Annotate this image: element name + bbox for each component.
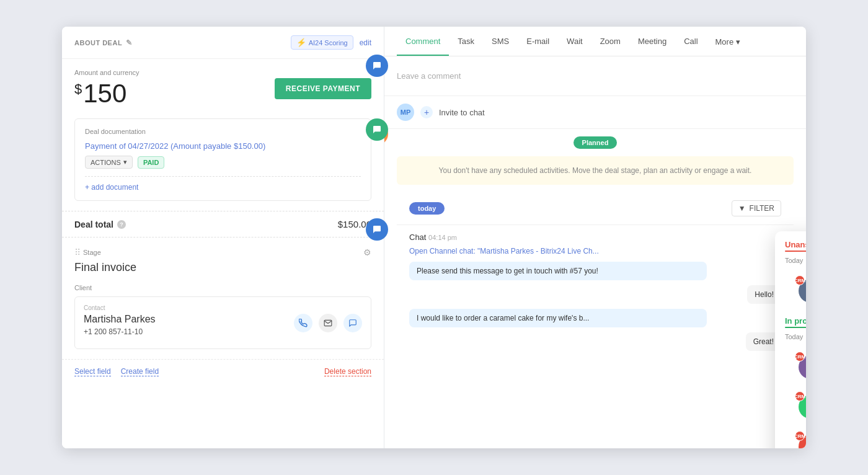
drag-handle-icon[interactable]: ⠿ — [74, 247, 81, 257]
tab-comment[interactable]: Comment — [397, 27, 449, 56]
edit-deal-icon[interactable]: ✎ — [126, 38, 133, 47]
right-panel: Comment Task SMS E-mail Wait Zoom Meetin… — [384, 27, 806, 448]
tab-task[interactable]: Task — [449, 27, 483, 56]
chevron-down-icon: ▾ — [736, 37, 740, 47]
in-progress-date: Today — [785, 333, 806, 340]
stage-settings-icon[interactable]: ⚙ — [363, 247, 371, 257]
tab-wait[interactable]: Wait — [558, 27, 591, 56]
crm-badge-lana: CRM — [795, 391, 805, 401]
amount-value: $ 150 — [74, 79, 140, 109]
chat-list-item-guest[interactable]: G CRM IG Guest - Ina's Bakery Hello! Sig… — [785, 269, 806, 309]
email-contact-button[interactable] — [319, 314, 337, 332]
amount-label: Amount and currency — [74, 69, 140, 76]
rinka-avatar: R CRM IG — [795, 352, 806, 379]
footer-links: Select field Create field — [74, 367, 159, 376]
select-field-link[interactable]: Select field — [74, 367, 111, 376]
deal-header: ABOUT DEAL ✎ ⚡ AI24 Scoring edit — [62, 27, 384, 59]
tabs-bar: Comment Task SMS E-mail Wait Zoom Meetin… — [384, 27, 806, 56]
lana-avatar: L CRM IG — [795, 391, 806, 419]
crm-deal-page: ABOUT DEAL ✎ ⚡ AI24 Scoring edit Amount … — [62, 27, 806, 448]
today-filter-row: today ▼ FILTER — [397, 192, 794, 224]
tab-email[interactable]: E-mail — [518, 27, 558, 56]
in-progress-section: In progress Today R CRM IG Rinka - Ina's… — [775, 314, 806, 448]
tab-call[interactable]: Call — [675, 27, 706, 56]
chat-list-item-leojeff[interactable]: LJ CRM IG leo_jeff - Ina's Bakery Open C… — [785, 425, 806, 448]
client-section: Client Contact Martisha Parkes +1 200 85… — [62, 279, 384, 354]
unanswered-date: Today — [785, 257, 806, 264]
crm-badge-leojeff: CRM — [795, 431, 805, 441]
planned-badge: Planned — [574, 136, 618, 149]
contact-card: Contact Martisha Parkes +1 200 857-11-10 — [74, 296, 371, 349]
help-icon[interactable]: ? — [117, 220, 126, 229]
paid-badge: PAID — [138, 156, 164, 169]
unanswered-divider — [785, 251, 806, 252]
currency-symbol: $ — [74, 81, 82, 97]
invite-plus-icon[interactable]: + — [420, 106, 433, 118]
contact-actions — [294, 314, 362, 332]
in-progress-divider — [785, 327, 806, 328]
timeline-chat-icon-invite — [366, 118, 388, 141]
chat-messages: Please send this message to get in touch… — [409, 262, 781, 351]
chat-message-1: Please send this message to get in touch… — [409, 262, 707, 280]
contact-label: Contact — [84, 304, 362, 311]
timeline-area: i 1 Planned You don't have any scheduled… — [384, 129, 806, 448]
edit-link[interactable]: edit — [360, 38, 371, 47]
chat-message-3: I would like to order a caramel cake for… — [409, 309, 707, 327]
in-progress-title: In progress — [785, 316, 806, 326]
section-footer: Select field Create field Delete section — [62, 359, 384, 384]
chat-list-item-lana[interactable]: L CRM IG l.a.n.a. - Ina's Bakery Open Ch… — [785, 385, 806, 425]
crm-badge-rinka: CRM — [795, 352, 805, 362]
floating-chat-panel: Unanswered Today G CRM IG Guest - Ina's … — [775, 231, 806, 448]
tab-zoom[interactable]: Zoom — [591, 27, 629, 56]
call-contact-button[interactable] — [294, 314, 312, 332]
ai-scoring-area: ⚡ AI24 Scoring edit — [291, 35, 371, 50]
guest-avatar: G CRM IG — [795, 275, 806, 303]
stage-header: ⠿ Stage ⚙ — [74, 247, 371, 257]
user-avatar: MP — [397, 104, 414, 121]
actions-button[interactable]: ACTIONS ▾ — [85, 156, 133, 169]
unanswered-title: Unanswered — [785, 240, 806, 249]
invite-text[interactable]: Invite to chat — [439, 108, 485, 117]
stage-value: Final invoice — [74, 261, 371, 274]
filter-icon: ▼ — [738, 204, 746, 213]
channel-link[interactable]: Open Channel chat: "Martisha Parkes - Bi… — [409, 247, 781, 255]
chat-section: Chat 04:14 pm Open Channel chat: "Martis… — [397, 224, 794, 358]
delete-section-link[interactable]: Delete section — [324, 367, 371, 376]
tab-meeting[interactable]: Meeting — [629, 27, 675, 56]
tab-more[interactable]: More ▾ — [707, 27, 750, 55]
contact-name: Martisha Parkes — [84, 314, 156, 325]
comment-placeholder[interactable]: Leave a comment — [397, 66, 794, 86]
stage-section: ⠿ Stage ⚙ Final invoice — [62, 238, 384, 279]
unanswered-section: Unanswered Today G CRM IG Guest - Ina's … — [775, 231, 806, 314]
about-deal-label: ABOUT DEAL ✎ — [74, 38, 133, 47]
chat-contact-button[interactable] — [343, 314, 362, 332]
filter-button[interactable]: ▼ FILTER — [732, 200, 781, 216]
client-label: Client — [74, 284, 371, 291]
deal-docs-label: Deal documentation — [85, 128, 361, 135]
deal-docs-section: Deal documentation Payment of 04/27/2022… — [74, 118, 371, 201]
create-field-link[interactable]: Create field — [121, 367, 159, 376]
tab-sms[interactable]: SMS — [483, 27, 518, 56]
activity-hint-text: You don't have any scheduled activities.… — [407, 165, 784, 176]
leojeff-avatar: LJ CRM IG — [795, 431, 806, 448]
timeline-chat-icon-chat — [384, 218, 388, 241]
invite-row: MP + Invite to chat — [384, 96, 806, 129]
ai-scoring-badge[interactable]: ⚡ AI24 Scoring — [291, 35, 353, 50]
doc-actions: ACTIONS ▾ PAID — [85, 156, 361, 169]
left-panel: ABOUT DEAL ✎ ⚡ AI24 Scoring edit Amount … — [62, 27, 384, 448]
stage-label: ⠿ Stage — [74, 247, 101, 257]
add-document-link[interactable]: + add document — [85, 176, 361, 192]
receive-payment-button[interactable]: RECEIVE PAYMENT — [275, 78, 371, 99]
timeline-chat-icon-top — [366, 55, 388, 77]
today-badge: today — [409, 202, 445, 215]
activity-hint: You don't have any scheduled activities.… — [397, 156, 794, 185]
contact-phone: +1 200 857-11-10 — [84, 327, 156, 336]
chat-list-item-rinka[interactable]: R CRM IG Rinka - Ina's Bakery Caramel, p… — [785, 345, 806, 385]
comment-area: Leave a comment — [384, 56, 806, 96]
planned-section: i 1 Planned You don't have any scheduled… — [397, 129, 794, 185]
crm-badge: CRM — [795, 275, 805, 285]
chat-timestamp: 04:14 pm — [428, 234, 457, 241]
deal-total-label: Deal total ? — [74, 220, 126, 229]
payment-link[interactable]: Payment of 04/27/2022 (Amount payable $1… — [85, 141, 361, 151]
deal-total-row: Deal total ? $150.00 — [62, 211, 384, 238]
